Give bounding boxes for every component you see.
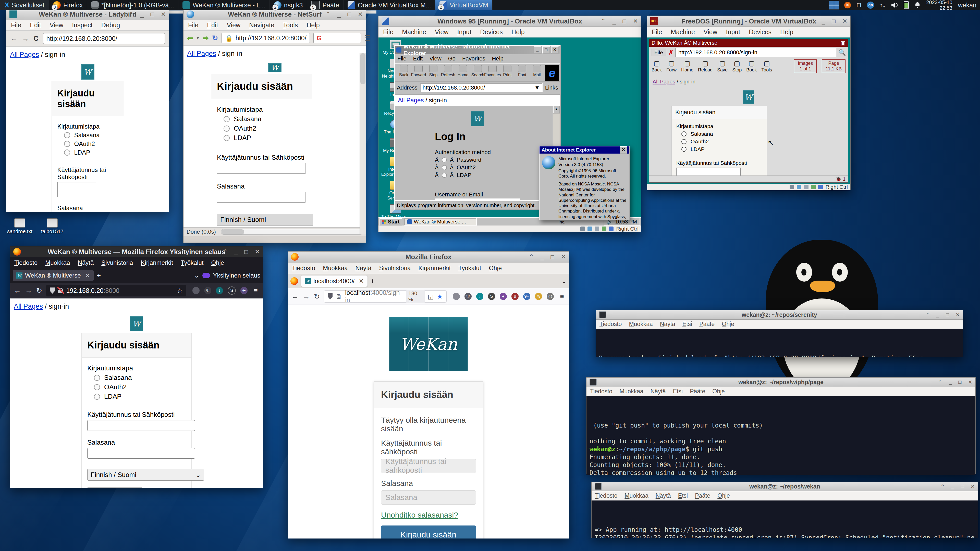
tracking-protection-icon[interactable] (328, 293, 332, 300)
menu-item[interactable]: File (397, 56, 406, 62)
username-input[interactable] (217, 163, 305, 174)
menu-item[interactable]: Pääte (699, 321, 714, 327)
menu-item[interactable]: Pääte (695, 492, 710, 499)
reload-button[interactable]: ↻ (314, 292, 320, 301)
titlebar[interactable]: DOS FreeDOS [Running] - Oracle VM Virtua… (647, 16, 850, 27)
battery-icon[interactable] (904, 1, 909, 9)
menu-item[interactable]: File (652, 28, 662, 36)
maximize-button[interactable]: □ (550, 253, 554, 260)
ie-toolbar-button[interactable]: Stop (426, 65, 441, 77)
extension-icon[interactable]: ● (500, 293, 507, 300)
close-button[interactable]: ✕ (842, 17, 847, 25)
maximize-button[interactable]: □ (946, 312, 949, 318)
menu-item[interactable]: View (429, 56, 441, 62)
titlebar[interactable]: WeKan ® Multiverse - NetSurf ⌃_□✕ (183, 9, 366, 20)
menu-item[interactable]: Tools (283, 21, 298, 29)
applications-menu[interactable]: X Sovellukset (0, 0, 49, 10)
menu-item[interactable]: Näytä (651, 388, 666, 395)
radio-option[interactable]: OAuth2 (94, 383, 186, 391)
menu-item[interactable]: Kirjanmerkit (141, 259, 173, 266)
tray-app-icon[interactable]: ✕ (844, 2, 851, 8)
menu-item[interactable]: Edit (413, 56, 423, 62)
close-button[interactable]: ✕ (551, 46, 558, 54)
extension-icon[interactable]: ✈ (240, 287, 248, 294)
taskbar-window-button[interactable]: 2 nsgtk3 (270, 0, 307, 10)
menu-item[interactable]: Tiedosto (595, 492, 617, 499)
shade-button[interactable]: ⌃ (326, 11, 331, 18)
signin-button[interactable]: Kirjaudu sisään (87, 487, 142, 488)
shade-button[interactable]: ⌃ (938, 379, 942, 385)
radio-option[interactable]: OAuth2 (224, 124, 307, 132)
radio-option[interactable]: OAuth2 (64, 140, 118, 148)
radio-option[interactable]: Salasana (681, 131, 762, 137)
dillo-titlebar[interactable]: Dillo: WeKan Â® Multiverse ▣ (649, 39, 848, 47)
titlebar[interactable]: Windows 95 [Running] - Oracle VM Virtual… (379, 16, 641, 27)
ie-toolbar-button[interactable]: Mail (530, 65, 544, 77)
maximize-button[interactable]: □ (961, 483, 964, 489)
menu-item[interactable]: Muokkaa (625, 492, 648, 499)
url-input[interactable]: http://192.168.0.20:8000/ (43, 33, 165, 44)
minimize-button[interactable]: _ (936, 312, 939, 318)
all-pages-link[interactable]: All Pages (652, 79, 675, 84)
network-updown-icon[interactable]: ↑↓ (880, 2, 885, 8)
address-input[interactable]: http://192.168.0.20:8000/▼ (420, 83, 542, 92)
maximize-button[interactable]: □ (958, 379, 961, 385)
ie-toolbar-button[interactable]: Back (396, 65, 411, 77)
volume-icon[interactable] (891, 2, 898, 8)
menu-hamburger-icon[interactable]: ≡ (252, 287, 259, 294)
keyboard-layout-indicator[interactable]: FI (856, 2, 862, 8)
minimize-button[interactable]: _ (234, 248, 238, 256)
new-tab-button[interactable]: + (371, 277, 375, 285)
terminal-output[interactable]: => App running at: http://localhost:4000… (592, 500, 978, 538)
minimize-button[interactable]: _ (140, 11, 144, 18)
radio-option[interactable]: Salasana (64, 132, 118, 139)
taskbar-window-button[interactable]: WeKan ® Multiverse - L... (178, 0, 270, 10)
menu-item[interactable]: Ohje (718, 492, 730, 499)
menu-item[interactable]: Favorites (462, 56, 485, 62)
tab-list-chevron[interactable]: ⌄ (194, 272, 199, 279)
dialog-titlebar[interactable]: About Internet Explorer ✕ (539, 146, 629, 154)
menu-item[interactable]: Näytä (78, 259, 94, 266)
menu-item[interactable]: File (383, 28, 393, 36)
vm-screen[interactable]: Dillo: WeKan Â® Multiverse ▣ File ✗ http… (647, 38, 850, 184)
menu-item[interactable]: Ohje (712, 388, 725, 395)
ie-toolbar-button[interactable]: Favorites (485, 65, 500, 77)
zoom-level-badge[interactable]: 130 % (406, 290, 425, 303)
maximize-button[interactable]: □ (832, 17, 835, 25)
menu-item[interactable]: Etsi (673, 388, 682, 395)
maximize-button[interactable]: □ (347, 11, 351, 18)
settings-icon[interactable]: ☰ (364, 34, 371, 42)
titlebar[interactable]: Mozilla Firefox ⌃_□✕ (288, 251, 569, 262)
close-button[interactable]: ✕ (956, 312, 960, 318)
vm-screen[interactable]: My ComputerNetwork NeighborhoodInboxRecy… (379, 38, 641, 225)
menu-item[interactable]: View (703, 28, 718, 36)
close-button[interactable]: ✕ (255, 248, 260, 256)
maximize-button[interactable]: □ (150, 11, 154, 18)
ie-toolbar-button[interactable]: Print (500, 65, 515, 77)
menu-item[interactable]: Sivuhistoria (101, 259, 133, 266)
stop-icon[interactable]: ✗ (668, 49, 673, 56)
shield-extension-icon[interactable]: ⛨ (465, 293, 472, 300)
taskbar-window-button[interactable]: 2 VirtualBoxVM (435, 0, 493, 10)
menu-item[interactable]: Machine (671, 28, 695, 36)
puzzle-extension-icon[interactable]: ⬡ (547, 293, 554, 300)
taskbar-task-button[interactable]: WeKan ® Multiverse ... (404, 218, 477, 225)
shade-button[interactable]: ⌃ (925, 312, 930, 318)
address-dropdown[interactable]: ▼ (535, 84, 540, 91)
password-input[interactable] (217, 192, 305, 203)
username-input[interactable] (57, 182, 96, 197)
language-select[interactable]: Finnish / Suomi⌄ (87, 469, 204, 481)
radio-option[interactable]: OAuth2 (681, 138, 762, 144)
menu-item[interactable]: Debug (101, 21, 120, 29)
ie-toolbar-button[interactable]: Refresh (441, 65, 455, 77)
signin-button[interactable]: Kirjaudu sisään (381, 526, 476, 538)
file-button[interactable]: File (651, 49, 667, 56)
menu-item[interactable]: View (49, 21, 63, 29)
search-input[interactable]: G (313, 33, 361, 43)
reload-button[interactable]: ↻ (212, 34, 218, 42)
workspace-pager[interactable] (829, 1, 838, 10)
menu-item[interactable]: Pääte (690, 388, 705, 395)
radio-option[interactable]: LDAP (94, 392, 186, 400)
taskbar-window-button[interactable]: 5 Pääte (307, 0, 343, 10)
back-button[interactable]: ← (11, 35, 18, 43)
